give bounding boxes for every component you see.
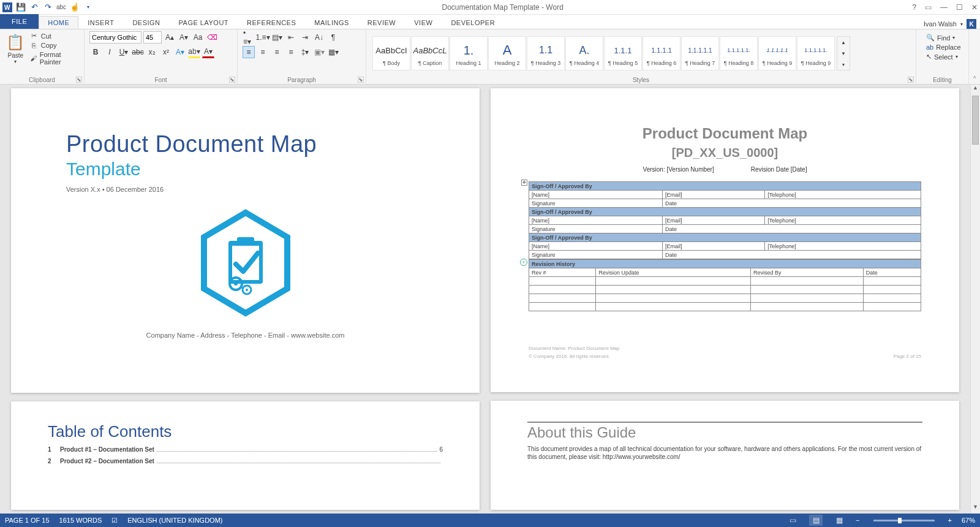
style-body[interactable]: AaBbCcI¶ Body — [372, 36, 410, 70]
italic-icon[interactable]: I — [104, 46, 116, 58]
style-heading9b[interactable]: 1.1.1.1.1.¶ Heading 9 — [797, 36, 835, 70]
align-left-icon[interactable]: ≡ — [243, 46, 255, 58]
tab-file[interactable]: FILE — [0, 14, 39, 29]
grow-font-icon[interactable]: A▴ — [164, 31, 176, 44]
zoom-in-icon[interactable]: + — [948, 517, 952, 524]
style-heading4[interactable]: A.¶ Heading 4 — [565, 36, 603, 70]
print-layout-icon[interactable]: ▤ — [809, 515, 823, 526]
bold-icon[interactable]: B — [89, 46, 102, 58]
touch-icon[interactable]: ☝ — [70, 2, 80, 12]
page-4[interactable]: About this Guide This document provides … — [491, 401, 959, 510]
numbering-icon[interactable]: 1.≡▾ — [257, 31, 269, 44]
scroll-thumb[interactable] — [972, 96, 979, 145]
tab-page-layout[interactable]: PAGE LAYOUT — [170, 16, 238, 29]
styles-scroll-down-icon[interactable]: ▼ — [837, 48, 850, 59]
proofing-icon[interactable]: ☑ — [111, 517, 118, 525]
user-account[interactable]: Ivan Walsh ▾ K — [924, 19, 980, 29]
close-icon[interactable]: ✕ — [971, 3, 978, 12]
superscript-icon[interactable]: x² — [160, 46, 172, 58]
page-1[interactable]: Product Document Map Template Version X.… — [11, 88, 480, 393]
zoom-level[interactable]: 67% — [962, 517, 975, 524]
maximize-icon[interactable]: ☐ — [956, 3, 963, 12]
help-icon[interactable]: ? — [912, 3, 916, 12]
styles-gallery[interactable]: AaBbCcI¶ Body AaBbCcL¶ Caption 1.Heading… — [371, 31, 911, 83]
find-button[interactable]: 🔍Find ▾ — [925, 33, 960, 42]
bullets-icon[interactable]: • ≡▾ — [243, 31, 255, 44]
page-3[interactable]: Table of Contents 1 Product #1 – Documen… — [11, 401, 480, 510]
strike-icon[interactable]: abc — [132, 46, 144, 58]
page-2[interactable]: Product Document Map [PD_XX_US_0000] Ver… — [491, 88, 959, 392]
redo-icon[interactable]: ↷ — [43, 2, 53, 12]
style-caption[interactable]: AaBbCcL¶ Caption — [411, 36, 449, 70]
table-insert-icon[interactable]: + — [520, 259, 527, 266]
sort-icon[interactable]: A↓ — [313, 31, 325, 44]
save-icon[interactable]: 💾 — [16, 2, 26, 12]
tab-view[interactable]: VIEW — [405, 16, 442, 29]
paragraph-dialog-launcher[interactable]: ⬊ — [358, 77, 364, 83]
style-heading3[interactable]: 1.1¶ Heading 3 — [527, 36, 565, 70]
align-right-icon[interactable]: ≡ — [271, 46, 283, 58]
cut-button[interactable]: ✂Cut — [29, 31, 79, 40]
style-heading2[interactable]: AHeading 2 — [488, 36, 526, 70]
style-heading1[interactable]: 1.Heading 1 — [450, 36, 488, 70]
collapse-ribbon-icon[interactable]: ^ — [973, 75, 976, 82]
style-heading6[interactable]: 1.1.1.1¶ Heading 6 — [643, 36, 680, 70]
document-area[interactable]: Product Document Map Template Version X.… — [0, 85, 970, 514]
tab-insert[interactable]: INSERT — [78, 16, 123, 29]
status-words[interactable]: 1615 WORDS — [59, 517, 102, 524]
change-case-icon[interactable]: Aa — [192, 31, 204, 44]
style-heading7[interactable]: 1.1.1.1.1¶ Heading 7 — [681, 36, 719, 70]
text-effects-icon[interactable]: A▾ — [174, 46, 186, 58]
tab-review[interactable]: REVIEW — [358, 16, 405, 29]
shading-icon[interactable]: ▣▾ — [313, 46, 325, 58]
scroll-up-icon[interactable]: ▲ — [971, 85, 980, 94]
minimize-icon[interactable]: — — [940, 3, 948, 12]
zoom-slider[interactable] — [873, 520, 935, 521]
styles-more-icon[interactable]: ▾ — [837, 59, 850, 70]
scroll-down-icon[interactable]: ▼ — [971, 504, 980, 514]
undo-icon[interactable]: ↶ — [29, 2, 39, 12]
qat-more-icon[interactable]: ▾ — [83, 2, 93, 12]
select-button[interactable]: ↖Select ▾ — [925, 52, 960, 61]
tab-references[interactable]: REFERENCES — [238, 16, 305, 29]
underline-icon[interactable]: U▾ — [118, 46, 130, 58]
replace-button[interactable]: abReplace — [925, 43, 960, 51]
shrink-font-icon[interactable]: A▾ — [178, 31, 190, 44]
style-heading8[interactable]: 1.1.1.1.1.¶ Heading 8 — [720, 36, 758, 70]
vertical-scrollbar[interactable]: ▲ ▼ — [970, 85, 980, 514]
styles-scroll-up-icon[interactable]: ▲ — [837, 37, 850, 48]
font-size-input[interactable] — [143, 31, 162, 44]
read-mode-icon[interactable]: ▭ — [786, 515, 799, 526]
web-layout-icon[interactable]: ▦ — [832, 515, 846, 526]
status-page[interactable]: PAGE 1 OF 15 — [5, 517, 50, 524]
show-marks-icon[interactable]: ¶ — [327, 31, 339, 44]
tab-design[interactable]: DESIGN — [123, 16, 169, 29]
signoff-table[interactable]: Sign-Off / Approved By [Name][Email][Tel… — [529, 181, 921, 259]
table-anchor-icon[interactable]: ✥ — [521, 180, 527, 186]
style-heading9[interactable]: 1.1.1.1.1¶ Heading 9 — [758, 36, 796, 70]
line-spacing-icon[interactable]: ‡▾ — [299, 46, 311, 58]
borders-icon[interactable]: ▦▾ — [327, 46, 339, 58]
paste-button[interactable]: 📋 Paste ▾ — [5, 31, 26, 64]
ribbon-display-icon[interactable]: ▭ — [925, 3, 932, 12]
status-lang[interactable]: ENGLISH (UNITED KINGDOM) — [127, 517, 222, 524]
multilevel-icon[interactable]: ▤▾ — [271, 31, 283, 44]
format-painter-button[interactable]: 🖌Format Painter — [29, 50, 79, 66]
font-dialog-launcher[interactable]: ⬊ — [229, 77, 235, 83]
decrease-indent-icon[interactable]: ⇤ — [285, 31, 297, 44]
copy-button[interactable]: ⎘Copy — [29, 41, 79, 50]
justify-icon[interactable]: ≡ — [285, 46, 297, 58]
highlight-icon[interactable]: ab▾ — [188, 46, 200, 58]
zoom-out-icon[interactable]: − — [856, 517, 859, 524]
tab-developer[interactable]: DEVELOPER — [442, 16, 504, 29]
increase-indent-icon[interactable]: ⇥ — [299, 31, 311, 44]
tab-home[interactable]: HOME — [39, 16, 78, 29]
style-heading5[interactable]: 1.1.1¶ Heading 5 — [604, 36, 642, 70]
spellcheck-icon[interactable]: abc — [56, 2, 66, 12]
font-color-icon[interactable]: A▾ — [202, 46, 214, 58]
clipboard-dialog-launcher[interactable]: ⬊ — [76, 77, 82, 83]
align-center-icon[interactable]: ≡ — [257, 46, 269, 58]
font-name-input[interactable] — [89, 31, 141, 44]
subscript-icon[interactable]: x₂ — [146, 46, 158, 58]
clear-format-icon[interactable]: ⌫ — [206, 31, 218, 44]
